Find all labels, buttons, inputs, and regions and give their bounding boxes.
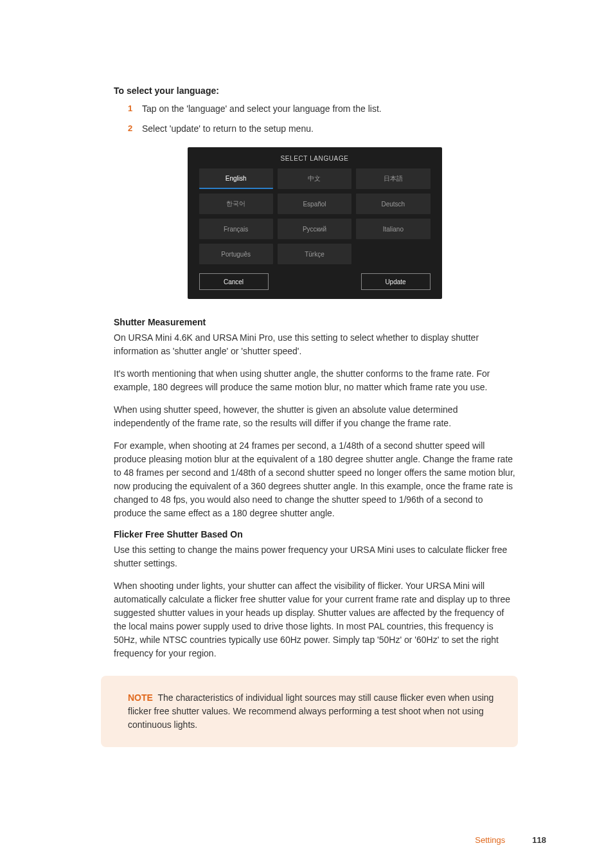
language-option-russian[interactable]: Русский bbox=[278, 219, 351, 239]
update-button[interactable]: Update bbox=[361, 273, 431, 290]
language-option-empty bbox=[356, 244, 430, 264]
step-number: 2 bbox=[128, 122, 142, 136]
note-content: NOTE The characteristics of individual l… bbox=[128, 692, 493, 730]
step-text: Select 'update' to return to the setup m… bbox=[142, 122, 515, 136]
page-footer: Settings 118 bbox=[475, 835, 546, 845]
intro-heading: To select your language: bbox=[114, 86, 515, 96]
body-text: When shooting under lights, your shutter… bbox=[114, 579, 515, 660]
note-body: The characteristics of individual light … bbox=[128, 692, 493, 730]
panel-buttons: Cancel Update bbox=[199, 273, 431, 290]
language-option-german[interactable]: Deutsch bbox=[356, 194, 430, 214]
language-grid: English 中文 日本語 한국어 Español Deutsch Franç… bbox=[199, 168, 431, 264]
language-option-japanese[interactable]: 日本語 bbox=[356, 168, 430, 189]
body-text: It's worth mentioning that when using sh… bbox=[114, 367, 515, 394]
language-option-chinese[interactable]: 中文 bbox=[278, 168, 351, 189]
language-option-turkish[interactable]: Türkçe bbox=[278, 244, 351, 264]
language-option-spanish[interactable]: Español bbox=[278, 194, 351, 214]
step-item: 2 Select 'update' to return to the setup… bbox=[128, 122, 515, 136]
note-callout: NOTE The characteristics of individual l… bbox=[101, 676, 518, 747]
steps-list: 1 Tap on the 'language' and select your … bbox=[128, 102, 515, 136]
language-option-italian[interactable]: Italiano bbox=[356, 219, 430, 239]
body-text: When using shutter speed, however, the s… bbox=[114, 403, 515, 430]
body-text: For example, when shooting at 24 frames … bbox=[114, 439, 515, 520]
body-text: Use this setting to change the mains pow… bbox=[114, 543, 515, 570]
language-option-english[interactable]: English bbox=[199, 168, 273, 189]
language-option-portuguese[interactable]: Português bbox=[199, 244, 273, 264]
shutter-heading: Shutter Measurement bbox=[114, 317, 515, 327]
step-number: 1 bbox=[128, 102, 142, 116]
cancel-button[interactable]: Cancel bbox=[199, 273, 269, 290]
step-item: 1 Tap on the 'language' and select your … bbox=[128, 102, 515, 116]
language-option-french[interactable]: Français bbox=[199, 219, 273, 239]
footer-section: Settings bbox=[475, 835, 505, 845]
page-content: To select your language: 1 Tap on the 'l… bbox=[0, 0, 613, 747]
step-text: Tap on the 'language' and select your la… bbox=[142, 102, 515, 116]
note-label: NOTE bbox=[128, 692, 153, 703]
footer-page-number: 118 bbox=[532, 835, 546, 845]
flicker-heading: Flicker Free Shutter Based On bbox=[114, 529, 515, 539]
select-language-panel: SELECT LANGUAGE English 中文 日本語 한국어 Españ… bbox=[188, 147, 442, 299]
panel-title: SELECT LANGUAGE bbox=[199, 155, 431, 162]
body-text: On URSA Mini 4.6K and URSA Mini Pro, use… bbox=[114, 331, 515, 358]
language-option-korean[interactable]: 한국어 bbox=[199, 194, 273, 214]
